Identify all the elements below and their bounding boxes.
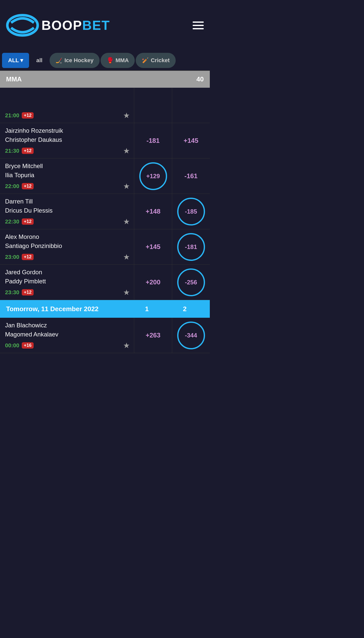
tab-all-text: all [36, 57, 42, 64]
nav-tabs: ALL ▾ all 🏒 Ice Hockey 🥊 MMA 🏏 Cricket [0, 51, 210, 71]
time-row: 21:00 +12 ★ [5, 111, 130, 120]
fighters: Jairzinho Rozenstruik Christopher Daukau… [5, 127, 130, 144]
odds-value-1: +263 [146, 331, 161, 339]
fighter1-name: Jared Gordon [5, 269, 130, 276]
match-time: 21:00 [5, 112, 19, 119]
logo-icon [6, 9, 39, 42]
match-badge: +12 [22, 218, 34, 225]
match-time: 23:30 [5, 289, 19, 296]
odds-cell-1[interactable]: +263 [134, 318, 172, 353]
odds-value-2: -185 [185, 208, 197, 215]
match-info: Jan Blachowicz Magomed Ankalaev 00:00 +1… [0, 318, 134, 353]
match-row: 21:00 +12 ★ [0, 88, 210, 123]
tab-ice-hockey[interactable]: 🏒 Ice Hockey [50, 53, 100, 68]
time-row: 22:00 +12 ★ [5, 182, 130, 191]
favorite-star[interactable]: ★ [123, 288, 130, 297]
odds-value-1: +200 [146, 278, 161, 286]
match-row: Bryce Mitchell Ilia Topuria 22:00 +12 ★ … [0, 158, 210, 194]
header: BOOPBET [0, 0, 210, 51]
tab-cricket[interactable]: 🏏 Cricket [136, 53, 176, 68]
time-row: 23:30 +12 ★ [5, 288, 130, 297]
ice-hockey-icon: 🏒 [56, 57, 62, 64]
odds-value-2: -256 [185, 279, 197, 286]
odds-value-2: -181 [185, 243, 197, 250]
odds-value-2: -344 [185, 332, 197, 339]
menu-button[interactable] [193, 21, 204, 29]
fighters: Alex Morono Santiago Ponzinibbio [5, 233, 130, 250]
tab-cricket-label: Cricket [151, 57, 170, 64]
odds-cell-2[interactable]: -344 [172, 318, 210, 353]
fighters: Darren Till Dricus Du Plessis [5, 198, 130, 215]
logo-bet: BET [82, 18, 110, 33]
odds-value-1: +145 [146, 243, 161, 251]
tab-ice-hockey-label: Ice Hockey [64, 57, 94, 64]
odds-cell-2[interactable]: +145 [172, 123, 210, 158]
fighter2-name: Santiago Ponzinibbio [5, 242, 130, 249]
tab-all-label: ALL ▾ [8, 57, 23, 64]
odds-cell-1[interactable] [134, 88, 172, 123]
fighter1-name [5, 92, 130, 99]
fighter1-name: Bryce Mitchell [5, 163, 130, 170]
fighter1-name: Darren Till [5, 198, 130, 205]
time-row: 23:00 +12 ★ [5, 253, 130, 261]
match-info: Darren Till Dricus Du Plessis 22:30 +12 … [0, 194, 134, 229]
favorite-star[interactable]: ★ [123, 253, 130, 261]
odds-cell-2[interactable]: -161 [172, 158, 210, 194]
fighter1-name: Jan Blachowicz [5, 322, 130, 329]
odds-cell-1[interactable]: +148 [134, 194, 172, 229]
fighters [5, 92, 130, 109]
match-time: 23:00 [5, 254, 19, 260]
match-badge: +12 [22, 148, 34, 154]
favorite-star[interactable]: ★ [123, 146, 130, 155]
match-time: 22:00 [5, 183, 19, 190]
match-badge: +12 [22, 254, 34, 260]
favorite-star[interactable]: ★ [123, 341, 130, 350]
logo: BOOPBET [6, 9, 110, 42]
odds-cell-1[interactable]: +145 [134, 229, 172, 264]
match-info: Alex Morono Santiago Ponzinibbio 23:00 +… [0, 229, 134, 264]
fighter2-name [5, 101, 130, 108]
match-time: 22:30 [5, 218, 19, 225]
tab-all[interactable]: all [30, 53, 48, 68]
fighter2-name: Magomed Ankalaev [5, 331, 130, 338]
fighter2-name: Christopher Daukaus [5, 136, 130, 143]
odds-cell-2[interactable] [172, 88, 210, 123]
match-row: Darren Till Dricus Du Plessis 22:30 +12 … [0, 194, 210, 229]
tab-all-dropdown[interactable]: ALL ▾ [2, 53, 29, 68]
tab-mma[interactable]: 🥊 MMA [101, 53, 135, 68]
tab-mma-label: MMA [116, 57, 129, 64]
fighter2-name: Ilia Topuria [5, 172, 130, 179]
odds-cell-1[interactable]: +200 [134, 265, 172, 300]
favorite-star[interactable]: ★ [123, 111, 130, 120]
time-row: 00:00 +16 ★ [5, 341, 130, 350]
time-row: 22:30 +12 ★ [5, 217, 130, 226]
favorite-star[interactable]: ★ [123, 182, 130, 191]
odds-cell-2[interactable]: -185 [172, 194, 210, 229]
odds-cell-1[interactable]: +129 [134, 158, 172, 194]
odds-cell-2[interactable]: -256 [172, 265, 210, 300]
match-row: Jared Gordon Paddy Pimblett 23:30 +12 ★ … [0, 265, 210, 300]
match-row: Alex Morono Santiago Ponzinibbio 23:00 +… [0, 229, 210, 265]
favorite-star[interactable]: ★ [123, 217, 130, 226]
match-info: Jairzinho Rozenstruik Christopher Daukau… [0, 123, 134, 158]
fighter2-name: Dricus Du Plessis [5, 207, 130, 214]
col-header-1: 1 [128, 305, 166, 313]
odds-circle-1[interactable]: +129 [139, 162, 167, 190]
odds-circle-2[interactable]: -344 [177, 322, 205, 349]
section-title: MMA [6, 75, 22, 83]
fighters: Jan Blachowicz Magomed Ankalaev [5, 322, 130, 339]
odds-value-2: -161 [184, 172, 197, 180]
odds-circle-2[interactable]: -185 [177, 198, 205, 225]
match-badge: +12 [22, 183, 34, 189]
odds-cell-2[interactable]: -181 [172, 229, 210, 264]
odds-cell-1[interactable]: -181 [134, 123, 172, 158]
match-row: Jan Blachowicz Magomed Ankalaev 00:00 +1… [0, 318, 210, 353]
match-badge: +12 [22, 289, 34, 295]
logo-text: BOOPBET [41, 18, 110, 33]
match-badge: +12 [22, 112, 34, 119]
odds-circle-2[interactable]: -256 [177, 268, 205, 296]
match-info: Jared Gordon Paddy Pimblett 23:30 +12 ★ [0, 265, 134, 300]
odds-circle-2[interactable]: -181 [177, 233, 205, 261]
fighters: Bryce Mitchell Ilia Topuria [5, 163, 130, 180]
fighter1-name: Alex Morono [5, 233, 130, 240]
